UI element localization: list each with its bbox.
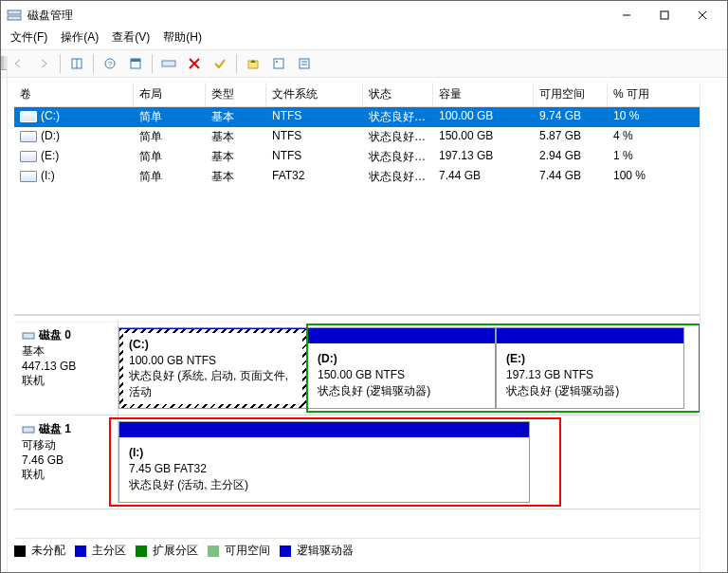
- disk-type: 可移动: [22, 438, 56, 452]
- delete-icon[interactable]: [183, 52, 206, 75]
- volume-row[interactable]: (D:)简单基本NTFS状态良好 (...150.00 GB5.87 GB4 %: [14, 127, 701, 147]
- volume-row[interactable]: (C:)简单基本NTFS状态良好 (...100.00 GB9.74 GB10 …: [14, 107, 701, 127]
- partition[interactable]: (C:)100.00 GB NTFS状态良好 (系统, 启动, 页面文件, 活动: [118, 327, 307, 409]
- cell-status: 状态良好 (...: [363, 127, 433, 147]
- app-icon: [7, 8, 22, 23]
- forward-button[interactable]: [32, 52, 55, 75]
- cell-volume: (E:): [14, 147, 134, 167]
- legend-swatch-primary: [75, 545, 86, 557]
- right-splitter[interactable]: [700, 83, 706, 572]
- col-header-status[interactable]: 状态: [363, 83, 433, 106]
- col-header-layout[interactable]: 布局: [134, 83, 206, 106]
- cell-free: 9.74 GB: [534, 107, 608, 127]
- legend-swatch-unalloc: [14, 545, 26, 557]
- disk-label[interactable]: 磁盘 0基本447.13 GB联机: [14, 322, 118, 415]
- disk-icon: [22, 423, 35, 436]
- svg-rect-0: [8, 10, 21, 14]
- legend-swatch-free: [208, 545, 219, 557]
- cell-free: 5.87 GB: [534, 127, 608, 147]
- menu-view[interactable]: 查看(V): [112, 29, 150, 46]
- cell-status: 状态良好 (...: [363, 107, 433, 127]
- col-header-fs[interactable]: 文件系统: [266, 83, 363, 106]
- cell-fs: NTFS: [266, 147, 363, 167]
- svg-rect-12: [162, 61, 175, 66]
- legend-label-free: 可用空间: [225, 543, 270, 559]
- menu-help[interactable]: 帮助(H): [163, 29, 202, 46]
- volume-icon: [20, 131, 37, 142]
- toolbar-icon-1[interactable]: [65, 52, 88, 75]
- partition[interactable]: (D:)150.00 GB NTFS状态良好 (逻辑驱动器): [307, 327, 496, 409]
- back-button[interactable]: [7, 52, 29, 75]
- cell-pct: 100 %: [608, 167, 701, 187]
- partition[interactable]: (I:)7.45 GB FAT32状态良好 (活动, 主分区): [118, 421, 530, 503]
- partition[interactable]: (E:)197.13 GB NTFS状态良好 (逻辑驱动器): [496, 327, 684, 409]
- partition-stripe: [308, 328, 495, 343]
- cell-fs: FAT32: [266, 167, 363, 187]
- volume-icon: [20, 171, 37, 182]
- cell-capacity: 100.00 GB: [433, 107, 534, 127]
- folder-up-icon[interactable]: [242, 52, 264, 75]
- cell-status: 状态良好 (...: [363, 147, 433, 167]
- properties-icon[interactable]: [267, 52, 290, 75]
- toolbar-icon-last[interactable]: [293, 52, 316, 75]
- disk-icon: [22, 329, 35, 342]
- legend-swatch-extended: [136, 545, 147, 557]
- toolbar-icon-4[interactable]: [157, 52, 180, 75]
- partition-stripe: [497, 328, 683, 343]
- cell-fs: NTFS: [266, 127, 363, 147]
- svg-text:?: ?: [108, 60, 113, 68]
- partition-status: 状态良好 (逻辑驱动器): [318, 384, 430, 397]
- col-header-type[interactable]: 类型: [206, 83, 266, 106]
- toolbar: ?: [1, 49, 727, 78]
- partition-drive: (C:): [129, 338, 149, 351]
- cell-layout: 简单: [134, 107, 206, 127]
- menu-action[interactable]: 操作(A): [61, 29, 99, 46]
- cell-layout: 简单: [134, 127, 206, 147]
- legend-swatch-logical: [280, 545, 291, 557]
- partition-body: (I:)7.45 GB FAT32状态良好 (活动, 主分区): [119, 437, 529, 502]
- partition-container: (I:)7.45 GB FAT32状态良好 (活动, 主分区): [118, 416, 701, 508]
- disk-row: 磁盘 1可移动7.46 GB联机(I:)7.45 GB FAT32状态良好 (活…: [14, 416, 701, 509]
- partition-info: 150.00 GB NTFS: [318, 368, 405, 381]
- cell-volume: (D:): [14, 127, 134, 147]
- menu-file[interactable]: 文件(F): [10, 29, 47, 46]
- volume-row[interactable]: (I:)简单基本FAT32状态良好 (...7.44 GB7.44 GB100 …: [14, 167, 701, 187]
- disk-label[interactable]: 磁盘 1可移动7.46 GB联机: [14, 416, 118, 508]
- cell-pct: 1 %: [608, 147, 701, 167]
- checkmark-icon[interactable]: [209, 52, 231, 75]
- close-button[interactable]: [683, 2, 721, 28]
- svg-rect-11: [131, 59, 140, 62]
- col-header-capacity[interactable]: 容量: [433, 83, 534, 106]
- col-header-free[interactable]: 可用空间: [534, 83, 608, 106]
- legend-label-unalloc: 未分配: [31, 543, 65, 559]
- cell-free: 2.94 GB: [534, 147, 608, 167]
- svg-rect-1: [8, 16, 21, 20]
- titlebar[interactable]: 磁盘管理: [1, 1, 727, 29]
- toolbar-icon-3[interactable]: [124, 52, 147, 75]
- partition-container: (C:)100.00 GB NTFS状态良好 (系统, 启动, 页面文件, 活动…: [118, 322, 701, 415]
- disk-size: 7.46 GB: [22, 453, 64, 467]
- minimize-button[interactable]: [608, 2, 646, 28]
- svg-rect-16: [274, 59, 283, 68]
- help-icon[interactable]: ?: [99, 52, 121, 75]
- partition-status: 状态良好 (活动, 主分区): [129, 478, 248, 491]
- col-header-percent[interactable]: % 可用: [608, 83, 701, 106]
- maximize-button[interactable]: [646, 2, 683, 28]
- partition-drive: (E:): [506, 352, 525, 365]
- partition-body: (E:)197.13 GB NTFS状态良好 (逻辑驱动器): [497, 343, 683, 408]
- partition-stripe: [119, 422, 529, 437]
- menubar: 文件(F) 操作(A) 查看(V) 帮助(H): [1, 29, 727, 49]
- cell-type: 基本: [206, 167, 266, 187]
- volume-row[interactable]: (E:)简单基本NTFS状态良好 (...197.13 GB2.94 GB1 %: [14, 147, 701, 167]
- cell-pct: 10 %: [608, 107, 701, 127]
- cell-type: 基本: [206, 127, 266, 147]
- cell-volume: (C:): [14, 107, 134, 127]
- disk-row: 磁盘 0基本447.13 GB联机(C:)100.00 GB NTFS状态良好 …: [14, 322, 701, 416]
- window-title: 磁盘管理: [27, 8, 608, 24]
- cell-capacity: 7.44 GB: [433, 167, 534, 187]
- col-header-volume[interactable]: 卷: [14, 83, 134, 106]
- disk-graphical-view: 磁盘 0基本447.13 GB联机(C:)100.00 GB NTFS状态良好 …: [14, 322, 701, 540]
- cell-capacity: 150.00 GB: [433, 127, 534, 147]
- volume-columns-header: 卷 布局 类型 文件系统 状态 容量 可用空间 % 可用: [14, 83, 701, 107]
- partition-drive: (I:): [129, 446, 143, 459]
